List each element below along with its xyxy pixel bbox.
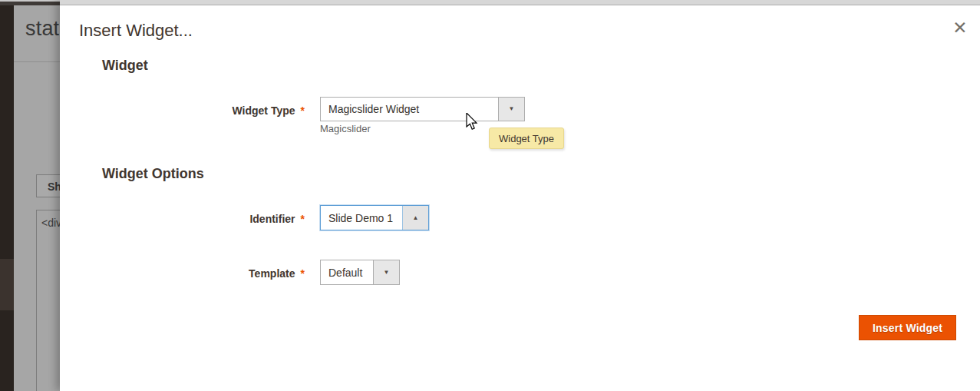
widget-options-section-heading: Widget Options <box>102 166 204 182</box>
widget-type-tooltip: Widget Type <box>489 128 564 149</box>
widget-section-heading: Widget <box>102 58 148 74</box>
identifier-label: Identifier* <box>60 213 305 225</box>
insert-widget-button[interactable]: Insert Widget <box>859 315 956 340</box>
widget-type-label-text: Widget Type <box>232 104 295 117</box>
widget-type-dropdown-button[interactable]: ▼ <box>498 98 524 121</box>
template-label-text: Template <box>249 267 295 280</box>
widget-type-note: Magicslider <box>320 123 371 134</box>
template-dropdown-button[interactable]: ▼ <box>373 260 399 284</box>
caret-down-icon: ▼ <box>509 106 515 112</box>
modal-top-strip <box>60 0 980 5</box>
widget-type-value: Magicslider Widget <box>321 98 498 121</box>
close-icon[interactable]: ✕ <box>949 17 971 38</box>
background-divider <box>14 61 60 62</box>
required-asterisk: * <box>301 104 305 117</box>
template-label: Template* <box>60 267 305 280</box>
caret-up-icon: ▲ <box>413 215 419 221</box>
widget-type-select[interactable]: Magicslider Widget ▼ <box>320 97 525 121</box>
identifier-dropdown-button[interactable]: ▲ <box>402 206 428 230</box>
insert-widget-modal: Insert Widget... ✕ Widget Widget Type* M… <box>60 0 980 391</box>
sidebar-selected-item <box>0 259 14 310</box>
required-asterisk: * <box>301 267 305 280</box>
top-edge-line <box>0 0 60 2</box>
dimmed-page-background: stat Sh <div <box>0 0 60 391</box>
widget-type-label: Widget Type* <box>60 104 305 117</box>
required-asterisk: * <box>301 213 305 225</box>
background-page-title: stat <box>25 17 59 41</box>
template-value: Default <box>321 260 373 284</box>
identifier-label-text: Identifier <box>249 213 295 225</box>
identifier-value: Slide Demo 1 <box>321 206 402 230</box>
template-select[interactable]: Default ▼ <box>320 260 400 285</box>
caret-down-icon: ▼ <box>384 270 390 276</box>
admin-sidebar <box>0 5 14 391</box>
modal-title: Insert Widget... <box>79 21 193 41</box>
identifier-select[interactable]: Slide Demo 1 ▲ <box>320 205 429 230</box>
